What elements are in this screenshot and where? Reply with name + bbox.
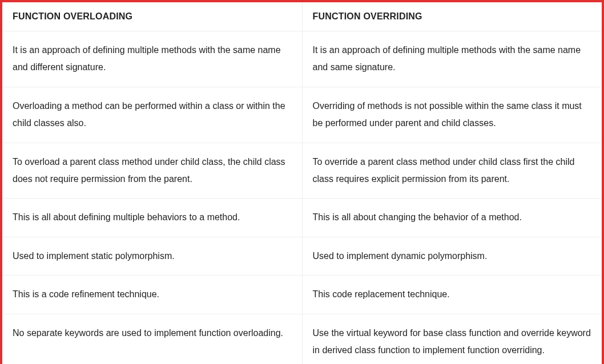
overloading-cell: Overloading a method can be performed wi… [2,87,302,143]
overloading-cell: Used to implement static polymorphism. [2,237,302,275]
overriding-cell: It is an approach of defining multiple m… [302,31,602,87]
overriding-cell: Overriding of methods is not possible wi… [302,87,602,143]
header-overriding: FUNCTION OVERRIDING [302,2,602,31]
header-overloading: FUNCTION OVERLOADING [2,2,302,31]
overloading-cell: To overload a parent class method under … [2,143,302,199]
overloading-cell: It is an approach of defining multiple m… [2,31,302,87]
overriding-cell: Used to implement dynamic polymorphism. [302,237,602,275]
table-row: Used to implement static polymorphism. U… [2,237,602,275]
table-header-row: FUNCTION OVERLOADING FUNCTION OVERRIDING [2,2,602,31]
table-row: Overloading a method can be performed wi… [2,87,602,143]
table-row: This is a code refinement technique. Thi… [2,276,602,314]
comparison-table-container: FUNCTION OVERLOADING FUNCTION OVERRIDING… [0,0,604,364]
table-row: To overload a parent class method under … [2,143,602,199]
overloading-cell: No separate keywords are used to impleme… [2,314,302,364]
table-row: It is an approach of defining multiple m… [2,31,602,87]
overloading-cell: This is all about defining multiple beha… [2,199,302,237]
overriding-cell: Use the virtual keyword for base class f… [302,314,602,364]
overriding-cell: To override a parent class method under … [302,143,602,199]
comparison-table: FUNCTION OVERLOADING FUNCTION OVERRIDING… [2,2,602,364]
table-row: No separate keywords are used to impleme… [2,314,602,364]
table-row: This is all about defining multiple beha… [2,199,602,237]
overriding-cell: This is all about changing the behavior … [302,199,602,237]
overloading-cell: This is a code refinement technique. [2,276,302,314]
overriding-cell: This code replacement technique. [302,276,602,314]
